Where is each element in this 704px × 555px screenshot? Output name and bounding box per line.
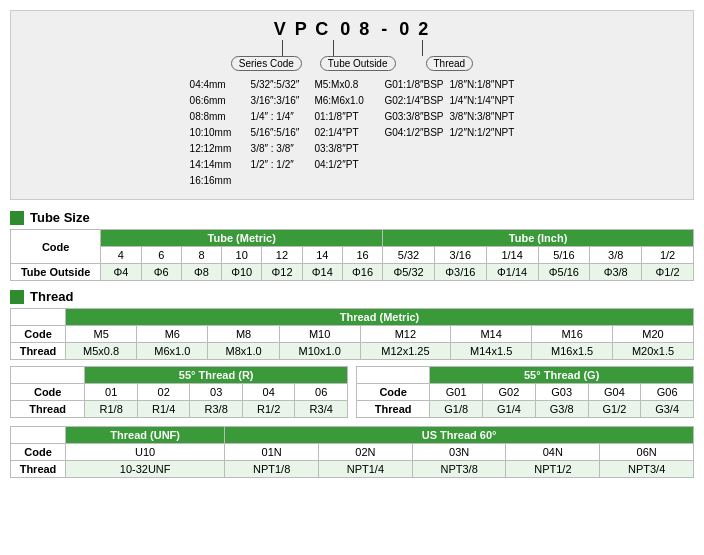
thread-r-header: 55° Thread (R) — [85, 367, 348, 384]
thread-r-val-03: R3/8 — [190, 401, 243, 418]
tube-outside-phi12: Φ1/2 — [642, 264, 694, 281]
thread-metric-m20: M20 — [613, 326, 694, 343]
thread-unf-empty — [11, 427, 66, 444]
thread-title: Thread — [30, 289, 73, 304]
thread-r-03: 03 — [190, 384, 243, 401]
thread-row-label: Thread — [11, 343, 66, 360]
thread-unf-header: Thread (UNF) — [66, 427, 225, 444]
tube-outside-row-label: Tube Outside — [11, 264, 101, 281]
thread-us60-header: US Thread 60° — [225, 427, 694, 444]
thread-val-m14: M14x1.5 — [451, 343, 532, 360]
thread-r-01: 01 — [85, 384, 138, 401]
diagram-section: V P C 0 8 - 0 2 — [10, 10, 694, 200]
thread-r-06: 06 — [295, 384, 348, 401]
thread-r-val-04: R1/2 — [242, 401, 295, 418]
thread-g-g04: G04 — [588, 384, 641, 401]
thread-metric-m14: M14 — [451, 326, 532, 343]
thread-section-header: Thread — [10, 289, 694, 304]
thread-g-code-header — [357, 367, 430, 384]
tube-inch-code-12: 1/2 — [642, 247, 694, 264]
tube-outside-phi316: Φ3/16 — [434, 264, 486, 281]
thread-val-m8: M8x1.0 — [208, 343, 279, 360]
thread-metric-m10: M10 — [279, 326, 360, 343]
thread-r-02: 02 — [137, 384, 190, 401]
thread-r-code-label: Code — [11, 384, 85, 401]
tube-inch-header: Tube (Inch) — [383, 230, 694, 247]
tube-metric-code-14: 14 — [302, 247, 342, 264]
thread-metric-m16: M16 — [532, 326, 613, 343]
tube-inch-code-516: 5/16 — [538, 247, 590, 264]
tube-inch-code-532: 5/32 — [383, 247, 435, 264]
thread-unf-val-04n: NPT1/2 — [506, 461, 600, 478]
thread-r-row-label: Thread — [11, 401, 85, 418]
thread-unf-code-label: Code — [11, 444, 66, 461]
tube-size-table: Code Tube (Metric) Tube (Inch) 4 6 8 10 … — [10, 229, 694, 281]
thread-code-label: Code — [11, 326, 66, 343]
thread-g-header: 55° Thread (G) — [430, 367, 694, 384]
thread-unf-u10: U10 — [66, 444, 225, 461]
thread-metric-code-header — [11, 309, 66, 326]
tube-metric-code-4: 4 — [101, 247, 141, 264]
thread-r-val-01: R1/8 — [85, 401, 138, 418]
thread-val-m5: M5x0.8 — [66, 343, 137, 360]
part-seg-vpc: V P C — [274, 19, 331, 40]
tube-outside-phi10: Φ10 — [222, 264, 262, 281]
thread-unf-row-label: Thread — [11, 461, 66, 478]
thread-unf-01n: 01N — [225, 444, 319, 461]
tube-outside-phi4: Φ4 — [101, 264, 141, 281]
part-seg-08: 0 8 — [340, 19, 371, 40]
tube-outside-phi6: Φ6 — [141, 264, 181, 281]
thread-val-m6: M6x1.0 — [137, 343, 208, 360]
tube-metric-code-16: 16 — [342, 247, 382, 264]
tube-outside-phi532: Φ5/32 — [383, 264, 435, 281]
thread-val-m12: M12x1.25 — [360, 343, 451, 360]
thread-g-val-g02: G1/4 — [483, 401, 536, 418]
thread-unf-val-01n: NPT1/8 — [225, 461, 319, 478]
thread-55-section: 55° Thread (R) Code 01 02 03 04 06 Threa… — [10, 366, 694, 418]
tube-outside-desc: 04:4mm5/32″:5/32″ 06:6mm3/16″:3/16″ 08:8… — [190, 77, 300, 189]
thread-bsp-desc: G01:1/8″BSP1/8″N:1/8″NPT G02:1/4″BSP1/4″… — [384, 77, 514, 189]
thread-metric-table: Thread (Metric) Code M5 M6 M8 M10 M12 M1… — [10, 308, 694, 360]
thread-unf-04n: 04N — [506, 444, 600, 461]
thread-metric-m5: M5 — [66, 326, 137, 343]
thread-unf-val-u10: 10-32UNF — [66, 461, 225, 478]
thread-val-m10: M10x1.0 — [279, 343, 360, 360]
thread-unf-03n: 03N — [412, 444, 506, 461]
thread-g-val-g03: G3/8 — [535, 401, 588, 418]
tube-outside-phi12: Φ12 — [262, 264, 302, 281]
thread-unf-val-06n: NPT3/4 — [600, 461, 694, 478]
thread-unf-val-03n: NPT3/8 — [412, 461, 506, 478]
thread-r-code-header — [11, 367, 85, 384]
thread-r-val-02: R1/4 — [137, 401, 190, 418]
tube-outside-phi14: Φ14 — [302, 264, 342, 281]
thread-val-m16: M16x1.5 — [532, 343, 613, 360]
thread-label: Thread — [426, 56, 474, 71]
tube-metric-code-10: 10 — [222, 247, 262, 264]
tube-inch-code-114: 1/14 — [486, 247, 538, 264]
thread-g-val-g06: G3/4 — [641, 401, 694, 418]
tube-metric-header: Tube (Metric) — [101, 230, 383, 247]
thread-unf-02n: 02N — [319, 444, 413, 461]
tube-outside-phi516: Φ5/16 — [538, 264, 590, 281]
tube-size-section-header: Tube Size — [10, 210, 694, 225]
thread-icon — [10, 290, 24, 304]
tube-outside-phi38: Φ3/8 — [590, 264, 642, 281]
thread-r-04: 04 — [242, 384, 295, 401]
tube-outside-phi8: Φ8 — [181, 264, 221, 281]
thread-g-val-g04: G1/2 — [588, 401, 641, 418]
thread-g-row-label: Thread — [357, 401, 430, 418]
thread-unf-table: Thread (UNF) US Thread 60° Code U10 01N … — [10, 426, 694, 478]
thread-g-g06: G06 — [641, 384, 694, 401]
tube-outside-label: Tube Outside — [320, 56, 396, 71]
thread-g-g02: G02 — [483, 384, 536, 401]
thread-metric-m12: M12 — [360, 326, 451, 343]
thread-metric-m8: M8 — [208, 326, 279, 343]
thread-g-table: 55° Thread (G) Code G01 G02 G03 G04 G06 … — [356, 366, 694, 418]
thread-metric-header: Thread (Metric) — [66, 309, 694, 326]
part-dash: - — [381, 19, 389, 40]
part-seg-02: 0 2 — [399, 19, 430, 40]
tube-code-header: Code — [11, 230, 101, 264]
thread-g-g03: G03 — [535, 384, 588, 401]
tube-outside-phi114: Φ1/14 — [486, 264, 538, 281]
series-code-label: Series Code — [231, 56, 302, 71]
